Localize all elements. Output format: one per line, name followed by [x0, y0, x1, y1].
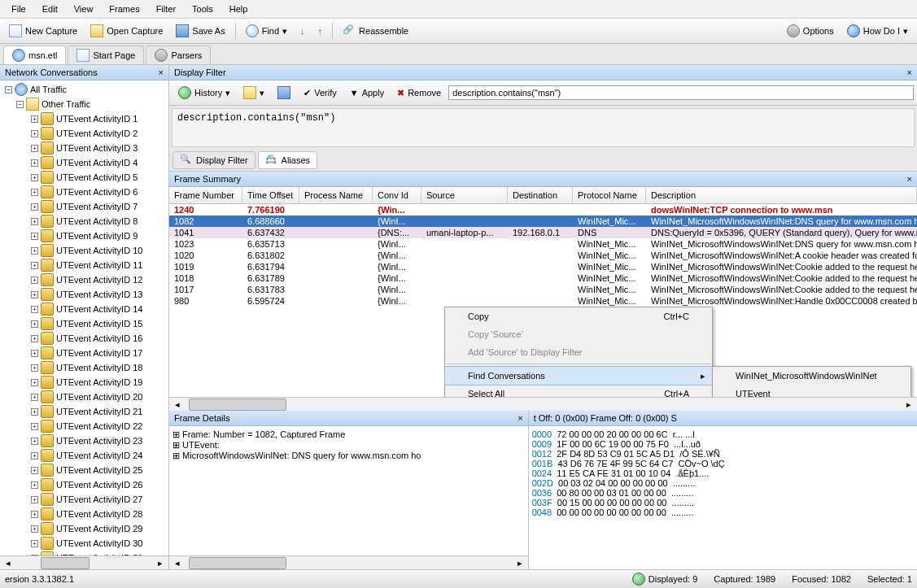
tree-item[interactable]: +UTEvent ActivityID 30	[2, 536, 167, 551]
tree-item[interactable]: +UTEvent ActivityID 2	[2, 126, 167, 141]
tree-item[interactable]: +UTEvent ActivityID 9	[2, 229, 167, 243]
filter-expression-input[interactable]	[448, 85, 914, 100]
expand-icon[interactable]: +	[31, 130, 38, 137]
menu-help[interactable]: Help	[221, 2, 256, 16]
expand-icon[interactable]: +	[31, 320, 38, 328]
expand-icon[interactable]: +	[31, 306, 38, 313]
collapse-icon[interactable]: −	[16, 101, 24, 108]
expand-icon[interactable]: +	[31, 467, 38, 474]
table-row[interactable]: 10236.635713{WinI...WinINet_Mic...WinINe…	[169, 238, 917, 250]
find-prev-button[interactable]: ↑	[312, 23, 329, 39]
horizontal-scrollbar[interactable]: ◂▸	[169, 397, 917, 411]
expand-icon[interactable]: +	[31, 438, 38, 445]
col-protocol[interactable]: Protocol Name	[573, 187, 646, 203]
verify-button[interactable]: ✔Verify	[298, 85, 343, 102]
expand-icon[interactable]: +	[31, 452, 38, 460]
close-icon[interactable]: ×	[517, 413, 522, 423]
table-row[interactable]: 10416.637432{DNS:...umani-laptop-p...192…	[169, 227, 917, 238]
tree-item[interactable]: +UTEvent ActivityID 10	[2, 243, 167, 258]
expand-icon[interactable]: +	[31, 511, 38, 518]
apply-button[interactable]: ▼Apply	[344, 85, 390, 101]
hex-body[interactable]: 0000 72 00 00 00 20 00 00 00 6C r... ...…	[529, 426, 917, 569]
expand-icon[interactable]: +	[31, 335, 38, 342]
tree-item[interactable]: +UTEvent ActivityID 12	[2, 272, 167, 287]
expand-icon[interactable]: +	[31, 247, 38, 255]
expand-icon[interactable]: +	[31, 364, 38, 372]
open-filter-button[interactable]: ▾	[238, 83, 270, 102]
expand-icon[interactable]: +	[31, 218, 38, 225]
grid-body[interactable]: 12407.766190{Win...dowsWinINet:TCP conne…	[169, 204, 917, 397]
tree-item[interactable]: +UTEvent ActivityID 18	[2, 360, 167, 375]
find-next-button[interactable]: ↓	[295, 23, 311, 39]
tree-item[interactable]: +UTEvent ActivityID 3	[2, 141, 167, 155]
tree-item[interactable]: +UTEvent ActivityID 7	[2, 199, 167, 214]
col-description[interactable]: Description	[646, 187, 917, 203]
tree-item[interactable]: +UTEvent ActivityID 19	[2, 375, 167, 390]
tree-item[interactable]: +UTEvent ActivityID 5	[2, 170, 167, 185]
close-icon[interactable]: ×	[907, 174, 912, 184]
menu-file[interactable]: File	[3, 2, 34, 16]
expand-icon[interactable]: +	[31, 115, 38, 123]
history-button[interactable]: History▾	[172, 83, 236, 102]
tree-item[interactable]: +UTEvent ActivityID 1	[2, 111, 167, 126]
col-frame-number[interactable]: Frame Number	[169, 187, 242, 203]
collapse-icon[interactable]: −	[5, 86, 12, 94]
expand-icon[interactable]: +	[31, 159, 38, 167]
tree-item[interactable]: +UTEvent ActivityID 24	[2, 448, 167, 463]
tree-item[interactable]: +UTEvent ActivityID 11	[2, 258, 167, 272]
horizontal-scrollbar[interactable]: ◂▸	[0, 555, 168, 569]
expand-icon[interactable]: +	[31, 233, 38, 240]
table-row[interactable]: 10826.688660{WinI...WinINet_Mic...WinINe…	[169, 216, 917, 227]
filter-text-area[interactable]: description.contains("msn")	[172, 108, 915, 147]
table-row[interactable]: 10196.631794{WinI...WinINet_Mic...WinINe…	[169, 261, 917, 272]
open-capture-button[interactable]: Open Capture	[85, 21, 168, 41]
tree-item[interactable]: +UTEvent ActivityID 27	[2, 492, 167, 507]
save-filter-button[interactable]	[272, 83, 296, 102]
expand-icon[interactable]: +	[31, 350, 38, 357]
menu-edit[interactable]: Edit	[34, 2, 66, 16]
tree-item[interactable]: +UTEvent ActivityID 6	[2, 185, 167, 199]
expand-icon[interactable]: +	[31, 262, 38, 269]
expand-icon[interactable]: +	[31, 145, 38, 152]
expand-icon[interactable]: +	[31, 174, 38, 181]
tree-item[interactable]: +UTEvent ActivityID 22	[2, 419, 167, 433]
tab-parsers[interactable]: Parsers	[146, 46, 211, 64]
tab-start-page[interactable]: Start Page	[68, 46, 144, 64]
tree-item[interactable]: +UTEvent ActivityID 14	[2, 302, 167, 316]
tree-item[interactable]: +UTEvent ActivityID 8	[2, 214, 167, 229]
table-row[interactable]: 10206.631802{WinI...WinINet_Mic...WinINe…	[169, 250, 917, 261]
expand-icon[interactable]: +	[31, 203, 38, 211]
expand-icon[interactable]: +	[31, 189, 38, 196]
expand-icon[interactable]: +	[31, 540, 38, 547]
tree-item[interactable]: +UTEvent ActivityID 4	[2, 155, 167, 170]
expand-icon[interactable]: +	[31, 379, 38, 386]
close-icon[interactable]: ×	[907, 68, 912, 77]
expand-icon[interactable]: +	[31, 496, 38, 503]
expand-icon[interactable]: +	[31, 277, 38, 284]
table-row[interactable]: 9806.595724{WinI...WinINet_Mic...WinINet…	[169, 295, 917, 307]
expand-icon[interactable]: +	[31, 408, 38, 416]
expand-icon[interactable]: +	[31, 291, 38, 298]
help-button[interactable]: How Do I▾	[841, 21, 914, 41]
ctx-find-conversations[interactable]: Find Conversations WinINet_MicrosoftWind…	[444, 366, 713, 385]
tree-item[interactable]: +UTEvent ActivityID 13	[2, 287, 167, 302]
tree-item[interactable]: +UTEvent ActivityID 15	[2, 316, 167, 331]
frame-details-body[interactable]: ⊞ Frame: Number = 1082, Captured Frame ⊞…	[169, 426, 528, 555]
ctx-sub-wininet[interactable]: WinINet_MicrosoftWindowsWinINet	[713, 367, 910, 385]
new-capture-button[interactable]: New Capture	[3, 21, 83, 41]
options-button[interactable]: Options	[781, 21, 840, 41]
close-icon[interactable]: ×	[159, 68, 164, 77]
col-source[interactable]: Source	[421, 187, 508, 203]
ctx-copy[interactable]: CopyCtrl+C	[445, 307, 712, 325]
expand-icon[interactable]: +	[31, 423, 38, 430]
table-row[interactable]: 10186.631789{WinI...WinINet_Mic...WinINe…	[169, 272, 917, 284]
tree-item[interactable]: +UTEvent ActivityID 28	[2, 507, 167, 521]
tree-item[interactable]: +UTEvent ActivityID 17	[2, 346, 167, 360]
col-process-name[interactable]: Process Name	[299, 187, 373, 203]
subtab-display-filter[interactable]: 🔍Display Filter	[172, 151, 255, 169]
horizontal-scrollbar[interactable]: ◂▸	[169, 555, 528, 569]
find-button[interactable]: Find▾	[240, 21, 293, 41]
menu-frames[interactable]: Frames	[101, 2, 147, 16]
table-row[interactable]: 12407.766190{Win...dowsWinINet:TCP conne…	[169, 204, 917, 216]
menu-filter[interactable]: Filter	[148, 2, 184, 16]
